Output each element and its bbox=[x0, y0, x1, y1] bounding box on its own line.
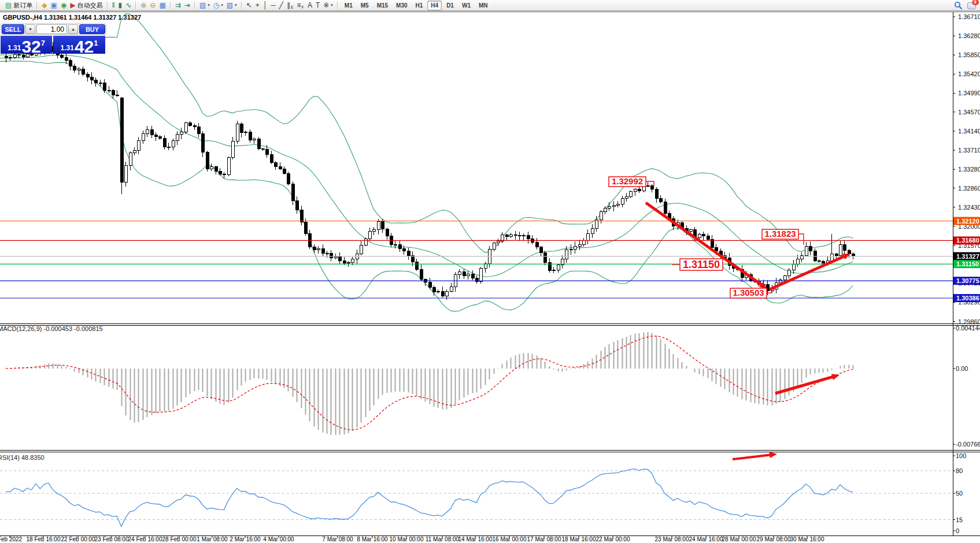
timeframe-m5[interactable]: M5 bbox=[357, 1, 372, 10]
trend-arrow-head bbox=[831, 374, 840, 380]
buy-button[interactable]: BUY bbox=[79, 24, 105, 34]
price-annotation-text: 1.31150 bbox=[683, 259, 720, 270]
toolbar-separator bbox=[337, 2, 338, 9]
sell-price-box[interactable]: 1.31 32 7 bbox=[1, 36, 52, 54]
timeframe-mn[interactable]: MN bbox=[475, 1, 491, 10]
svg-text:1.30775: 1.30775 bbox=[956, 277, 979, 284]
toolbar-separator bbox=[135, 2, 136, 9]
equidistant-channel-glyph: ∥ bbox=[287, 1, 290, 10]
new-chart-dropdown-arrow[interactable]: ▾ bbox=[208, 3, 210, 8]
svg-text:1.29860: 1.29860 bbox=[958, 318, 980, 325]
vertical-line-icon[interactable]: │ bbox=[261, 1, 269, 10]
candlestick-chart-glyph: ▮ bbox=[119, 1, 123, 10]
chart-shift-icon[interactable]: ⇥ bbox=[183, 1, 192, 10]
new-order-label: 新订单 bbox=[13, 1, 32, 10]
svg-text:22 Feb 00:00: 22 Feb 00:00 bbox=[61, 536, 95, 542]
date-axis[interactable]: Feb 202218 Feb 16:0022 Feb 00:0023 Feb 0… bbox=[0, 536, 824, 542]
profile-icon[interactable]: ◆ bbox=[40, 1, 49, 10]
cursor-glyph: ↖ bbox=[246, 1, 252, 10]
svg-text:100: 100 bbox=[956, 452, 966, 459]
horizontal-line-icon[interactable]: ─ bbox=[269, 1, 278, 10]
auto-scroll-icon[interactable]: ⇉ bbox=[173, 1, 183, 10]
macd-indicator bbox=[6, 332, 853, 435]
sell-button[interactable]: SELL bbox=[2, 24, 24, 34]
bar-chart-glyph: ‖ bbox=[112, 1, 115, 10]
one-click-trading-panel: SELL ▼ 1.00 ▲ BUY 1.31 32 7 1.31 42 1 bbox=[1, 23, 106, 54]
templates-icon[interactable]: ▨▾ bbox=[225, 1, 239, 10]
order-controls-row: SELL ▼ 1.00 ▲ BUY bbox=[1, 23, 106, 35]
crosshair-icon[interactable]: + bbox=[254, 1, 261, 10]
toolbar: ▤新订单◆▣◉▶自动交易‖▮∿⊕⊖▦⇉⇥▧▾◷▾▨▾↖+│─╱∥E≡FAT※▾ … bbox=[0, 0, 980, 11]
svg-text:4 Mar 00:00: 4 Mar 00:00 bbox=[263, 536, 294, 542]
lot-decrease-button[interactable]: ▼ bbox=[25, 24, 35, 34]
timeframe-m15[interactable]: M15 bbox=[373, 1, 391, 10]
chart-shift-glyph: ⇥ bbox=[184, 1, 190, 10]
buy-price-box[interactable]: 1.31 42 1 bbox=[53, 36, 105, 54]
sell-price-pip: 7 bbox=[41, 39, 45, 47]
trend-arrow[interactable] bbox=[770, 255, 846, 289]
svg-text:1.34990: 1.34990 bbox=[958, 90, 980, 96]
signals-icon[interactable]: ◉ bbox=[59, 1, 68, 10]
expert-advisors-glyph: ▣ bbox=[51, 1, 57, 10]
annotations[interactable]: 1.329921.318231.311501.30503 bbox=[609, 176, 850, 459]
cursor-icon[interactable]: ↖ bbox=[245, 1, 254, 10]
periods-icon[interactable]: ◷▾ bbox=[212, 1, 225, 10]
svg-text:1.34140: 1.34140 bbox=[958, 128, 980, 135]
panel-borders bbox=[0, 12, 980, 536]
tile-windows-icon[interactable]: ▦ bbox=[157, 1, 167, 10]
text-icon[interactable]: A bbox=[306, 1, 314, 10]
svg-text:17 Mar 08:00: 17 Mar 08:00 bbox=[527, 536, 561, 542]
timeframe-h4[interactable]: H4 bbox=[427, 1, 442, 10]
periods-dropdown-arrow[interactable]: ▾ bbox=[221, 3, 223, 8]
bar-chart-icon[interactable]: ‖ bbox=[110, 1, 117, 10]
timeframe-m30[interactable]: M30 bbox=[393, 1, 411, 10]
lot-size-input[interactable]: 1.00 bbox=[36, 24, 67, 34]
svg-text:50: 50 bbox=[956, 490, 963, 497]
zoom-in-glyph: ⊕ bbox=[140, 1, 146, 10]
timeframe-d1[interactable]: D1 bbox=[443, 1, 457, 10]
line-chart-icon[interactable]: ∿ bbox=[124, 1, 133, 10]
buy-price-big: 42 bbox=[75, 39, 94, 54]
new-order-icon[interactable]: ▤新订单 bbox=[3, 1, 34, 10]
trend-arrow[interactable] bbox=[733, 455, 772, 459]
price-axis[interactable]: 1.367101.362801.358501.354201.349901.345… bbox=[953, 13, 980, 325]
fibonacci-icon[interactable]: ≡F bbox=[295, 1, 306, 10]
timeframe-w1[interactable]: W1 bbox=[458, 1, 474, 10]
auto-trading-label: 自动交易 bbox=[77, 1, 103, 10]
arrows-dropdown-arrow[interactable]: ▾ bbox=[331, 3, 333, 8]
text-label-glyph: T bbox=[316, 1, 320, 10]
zoom-out-icon[interactable]: ⊖ bbox=[148, 1, 157, 10]
notifications-chat-icon[interactable]: 1 bbox=[967, 1, 977, 9]
sell-price-small: 1.31 bbox=[8, 44, 21, 52]
templates-dropdown-arrow[interactable]: ▾ bbox=[235, 3, 237, 8]
trendline-icon[interactable]: ╱ bbox=[278, 1, 285, 10]
svg-text:22 Mar 00:00: 22 Mar 00:00 bbox=[596, 536, 630, 542]
toolbar-separator bbox=[107, 2, 108, 9]
search-icon[interactable] bbox=[954, 1, 963, 10]
toolbar-separator bbox=[36, 2, 38, 9]
equidistant-channel-icon[interactable]: ∥E bbox=[285, 1, 295, 10]
lot-increase-button[interactable]: ▲ bbox=[68, 24, 78, 34]
rsi-label: RSI(14) 48.8350 bbox=[0, 454, 45, 461]
price-chart: 1.367101.362801.358501.354201.349901.345… bbox=[0, 0, 980, 543]
auto-trading-icon[interactable]: ▶自动交易 bbox=[68, 1, 104, 10]
price-annotation-text: 1.32992 bbox=[612, 176, 643, 186]
expert-advisors-icon[interactable]: ▣ bbox=[49, 1, 59, 10]
notification-badge: 1 bbox=[972, 0, 979, 5]
toolbar-separator bbox=[170, 2, 171, 9]
timeframe-m1[interactable]: M1 bbox=[341, 1, 356, 10]
toolbar-right: 1 bbox=[954, 1, 977, 10]
candlestick-chart-icon[interactable]: ▮ bbox=[117, 1, 124, 10]
macd-axis: 0.0041440.00-0.007664 bbox=[953, 325, 980, 448]
svg-text:28 Mar 00:00: 28 Mar 00:00 bbox=[722, 536, 756, 542]
zoom-in-icon[interactable]: ⊕ bbox=[139, 1, 148, 10]
svg-text:1.33280: 1.33280 bbox=[958, 166, 980, 173]
horizontal-line-objects[interactable] bbox=[0, 221, 953, 299]
text-label-icon[interactable]: T bbox=[314, 1, 321, 10]
timeframe-group: M1M5M15M30H1H4D1W1MN bbox=[341, 1, 492, 10]
new-chart-icon[interactable]: ▧▾ bbox=[198, 1, 212, 10]
arrows-icon[interactable]: ※▾ bbox=[321, 1, 335, 10]
horizontal-line-glyph: ─ bbox=[271, 1, 276, 10]
timeframe-h1[interactable]: H1 bbox=[412, 1, 427, 10]
svg-text:18 Mar 16:00: 18 Mar 16:00 bbox=[562, 536, 596, 542]
